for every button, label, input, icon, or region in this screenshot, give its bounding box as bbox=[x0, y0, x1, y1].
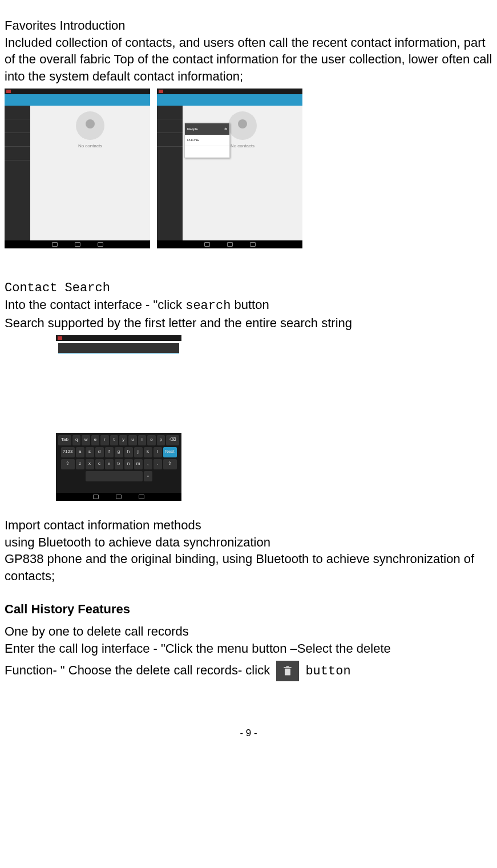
delete-trash-icon bbox=[276, 661, 299, 681]
screenshot-favorites-1: No contacts bbox=[5, 89, 150, 248]
import-title: Import contact information methods bbox=[5, 517, 492, 534]
call-history-line3: Function- " Choose the delete call recor… bbox=[5, 661, 492, 681]
section-contact-search-title: Contact Search bbox=[5, 280, 492, 297]
section-favorites-title: Favorites Introduction bbox=[5, 17, 492, 34]
svg-rect-0 bbox=[285, 668, 290, 675]
favorites-screenshots: No contacts No contacts bbox=[5, 89, 492, 248]
screenshot-favorites-2: No contacts People⚙ PHONE bbox=[157, 89, 302, 248]
import-line1: using Bluetooth to achieve data synchron… bbox=[5, 534, 492, 551]
svg-rect-1 bbox=[284, 667, 292, 668]
overlay-title: People bbox=[187, 127, 198, 131]
svg-rect-2 bbox=[286, 666, 289, 667]
call-history-title: Call History Features bbox=[5, 601, 492, 618]
contact-search-line2: Search supported by the first letter and… bbox=[5, 315, 492, 332]
import-line2: GP838 phone and the original binding, us… bbox=[5, 550, 492, 584]
screenshot-search: Tab q w e r t y u i o p ⌫ ?123 a s d f g… bbox=[56, 335, 181, 501]
contact-search-line1: Into the contact interface - "click sear… bbox=[5, 296, 492, 315]
page-number: - 9 - bbox=[5, 727, 492, 746]
no-contacts-label-2: No contacts bbox=[231, 143, 254, 150]
overlay-item-phone: PHONE bbox=[185, 135, 229, 146]
call-history-line1: One by one to delete call records bbox=[5, 623, 492, 640]
call-history-line2: Enter the call log interface - "Click th… bbox=[5, 640, 492, 657]
section-favorites-body: Included collection of contacts, and use… bbox=[5, 34, 492, 85]
onscreen-keyboard: Tab q w e r t y u i o p ⌫ ?123 a s d f g… bbox=[56, 433, 181, 493]
no-contacts-label: No contacts bbox=[78, 143, 102, 150]
